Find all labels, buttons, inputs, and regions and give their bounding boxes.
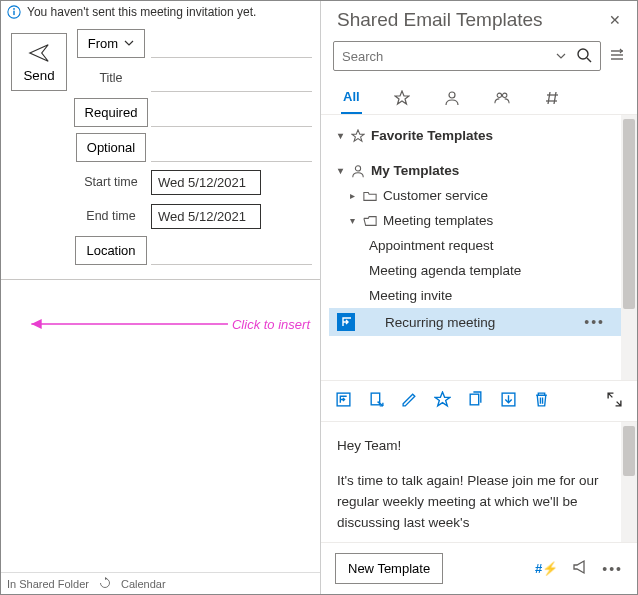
tree-customer-service[interactable]: ▸ Customer service bbox=[329, 183, 621, 208]
toolbar-copy-icon[interactable] bbox=[467, 391, 484, 411]
toolbar-paste-icon[interactable] bbox=[368, 391, 385, 411]
tree-favorites[interactable]: ▾ Favorite Templates bbox=[329, 123, 621, 148]
toolbar-delete-icon[interactable] bbox=[533, 391, 550, 411]
end-time-label: End time bbox=[86, 203, 135, 229]
svg-point-9 bbox=[449, 92, 455, 98]
status-folder: In Shared Folder bbox=[7, 578, 89, 590]
search-dropdown-icon[interactable] bbox=[556, 49, 566, 64]
tree-my-templates[interactable]: ▾ My Templates bbox=[329, 158, 621, 183]
tab-hash[interactable] bbox=[542, 83, 562, 114]
toolbar-insert-icon[interactable] bbox=[335, 391, 352, 411]
tree-meeting-templates[interactable]: ▾ Meeting templates bbox=[329, 208, 621, 233]
required-field[interactable] bbox=[151, 99, 312, 127]
people-icon bbox=[494, 90, 510, 106]
chevron-down-icon bbox=[124, 36, 134, 51]
send-label: Send bbox=[23, 68, 54, 83]
svg-line-5 bbox=[587, 58, 591, 62]
person-icon bbox=[351, 164, 365, 178]
status-calendar: Calendar bbox=[121, 578, 166, 590]
star-icon bbox=[394, 90, 410, 106]
required-button[interactable]: Required bbox=[74, 98, 149, 127]
pane-title: Shared Email Templates bbox=[337, 9, 605, 31]
tree-item-invite[interactable]: Meeting invite bbox=[329, 283, 621, 308]
start-time-label: Start time bbox=[84, 169, 138, 195]
svg-line-14 bbox=[548, 92, 550, 104]
tree-scrollbar[interactable] bbox=[621, 115, 637, 380]
hash-icon bbox=[544, 90, 560, 106]
search-icon[interactable] bbox=[576, 47, 592, 66]
location-field[interactable] bbox=[151, 237, 312, 265]
svg-line-15 bbox=[554, 92, 556, 104]
insert-annotation: Click to insert bbox=[21, 316, 310, 332]
person-icon bbox=[444, 90, 460, 106]
filter-icon[interactable] bbox=[609, 47, 625, 66]
info-message: You haven't sent this meeting invitation… bbox=[27, 5, 256, 19]
tab-all[interactable]: All bbox=[341, 83, 362, 114]
svg-rect-19 bbox=[470, 395, 479, 406]
toolbar-edit-icon[interactable] bbox=[401, 391, 418, 411]
info-icon bbox=[7, 5, 21, 19]
location-button[interactable]: Location bbox=[75, 236, 146, 265]
close-icon[interactable]: ✕ bbox=[605, 10, 625, 30]
svg-rect-2 bbox=[13, 11, 14, 15]
more-icon[interactable]: ••• bbox=[602, 561, 623, 577]
optional-field[interactable] bbox=[151, 134, 312, 162]
tree-item-agenda[interactable]: Meeting agenda template bbox=[329, 258, 621, 283]
svg-point-10 bbox=[497, 93, 501, 97]
title-field[interactable] bbox=[151, 64, 312, 92]
tree-item-recurring[interactable]: Recurring meeting ••• bbox=[329, 308, 621, 336]
more-icon[interactable]: ••• bbox=[584, 314, 615, 330]
toolbar-import-icon[interactable] bbox=[500, 391, 517, 411]
tree-item-appointment[interactable]: Appointment request bbox=[329, 233, 621, 258]
toolbar-star-icon[interactable] bbox=[434, 391, 451, 411]
folder-open-icon bbox=[363, 214, 377, 228]
chevron-down-icon: ▾ bbox=[335, 165, 345, 176]
end-date-field[interactable]: Wed 5/12/2021 bbox=[151, 204, 261, 229]
start-date-field[interactable]: Wed 5/12/2021 bbox=[151, 170, 261, 195]
optional-button[interactable]: Optional bbox=[76, 133, 146, 162]
svg-point-1 bbox=[13, 8, 15, 10]
svg-point-11 bbox=[502, 93, 506, 97]
star-icon bbox=[351, 129, 365, 143]
svg-point-4 bbox=[578, 49, 588, 59]
chevron-right-icon: ▸ bbox=[347, 190, 357, 201]
chevron-down-icon: ▾ bbox=[335, 130, 345, 141]
message-body[interactable]: Click to insert bbox=[1, 279, 320, 572]
hash-bolt-icon[interactable]: #⚡ bbox=[535, 561, 558, 576]
insert-icon[interactable] bbox=[337, 313, 355, 331]
svg-point-16 bbox=[355, 165, 360, 170]
send-button[interactable]: Send bbox=[11, 33, 67, 91]
new-template-button[interactable]: New Template bbox=[335, 553, 443, 584]
megaphone-icon[interactable] bbox=[572, 559, 588, 578]
tab-person[interactable] bbox=[442, 83, 462, 114]
from-field[interactable] bbox=[151, 30, 312, 58]
tab-people[interactable] bbox=[492, 83, 512, 114]
preview-scrollbar[interactable] bbox=[621, 422, 637, 542]
tab-favorites[interactable] bbox=[392, 83, 412, 114]
folder-icon bbox=[363, 189, 377, 203]
search-input[interactable] bbox=[342, 49, 556, 64]
expand-icon[interactable] bbox=[606, 396, 623, 411]
template-preview: Hey Team! It's time to talk again! Pleas… bbox=[321, 422, 621, 542]
title-label: Title bbox=[99, 65, 122, 91]
send-icon bbox=[28, 42, 50, 64]
from-button[interactable]: From bbox=[77, 29, 145, 58]
refresh-icon[interactable] bbox=[99, 577, 111, 591]
chevron-down-icon: ▾ bbox=[347, 215, 357, 226]
